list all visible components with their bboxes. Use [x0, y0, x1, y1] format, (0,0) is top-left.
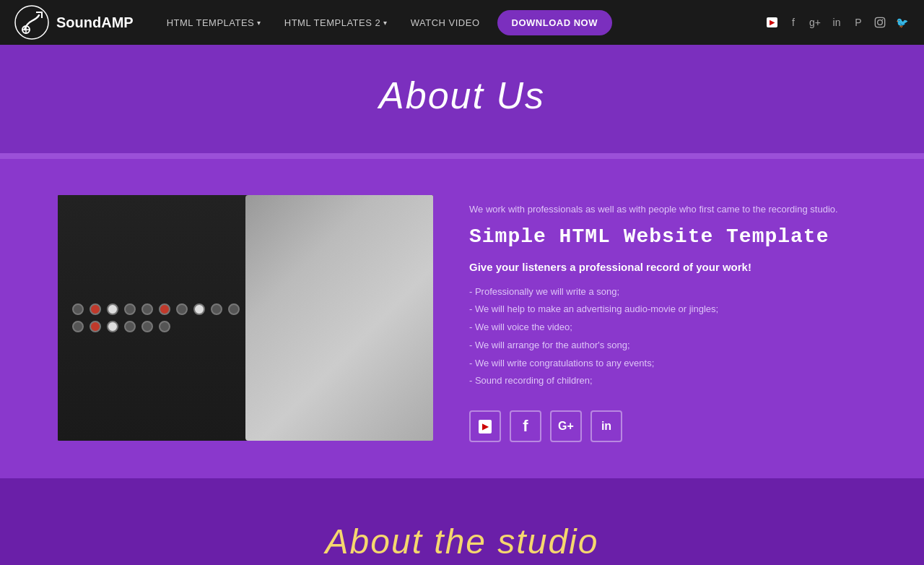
nav-pinterest-icon[interactable]: P	[850, 14, 866, 30]
knob	[159, 321, 170, 332]
knob	[72, 303, 84, 315]
content-facebook-icon[interactable]: f	[510, 410, 541, 442]
knob	[176, 303, 188, 315]
main-content: We work with professionals as well as wi…	[0, 159, 924, 478]
svg-point-0	[15, 6, 48, 39]
nav-linkedin-icon[interactable]: in	[829, 14, 845, 30]
knob	[72, 321, 84, 332]
nav-watch-video[interactable]: WATCH VIDEO	[399, 0, 492, 45]
content-title: Simple HTML Website Template	[469, 225, 866, 248]
page-title: About Us	[14, 74, 910, 117]
knob	[159, 303, 170, 315]
knob	[107, 321, 118, 332]
nav-html-templates[interactable]: HTML TEMPLATES ▾	[155, 0, 273, 45]
list-item: - Sound recording of children;	[469, 374, 866, 389]
content-text: We work with professionals as well as wi…	[469, 195, 866, 442]
tagline: We work with professionals as well as wi…	[469, 202, 866, 217]
brand-logo[interactable]: SoundAMP	[14, 5, 134, 40]
knob	[193, 303, 205, 315]
nav-twitter-icon[interactable]: 🐦	[894, 14, 910, 30]
content-list: - Professionally we will write a song; -…	[469, 285, 866, 389]
list-item: - We will arrange for the author's song;	[469, 338, 866, 353]
list-item: - Professionally we will write a song;	[469, 285, 866, 300]
knob	[90, 321, 101, 332]
chevron-down-icon: ▾	[257, 19, 261, 27]
knob	[141, 303, 153, 315]
knob	[228, 303, 240, 315]
section-divider	[0, 153, 924, 159]
svg-point-5	[878, 20, 883, 25]
knob	[211, 303, 222, 315]
list-item: - We will write congratulations to any e…	[469, 356, 866, 371]
guitar-icon	[14, 5, 49, 40]
content-linkedin-icon[interactable]: in	[590, 410, 622, 442]
list-item: - We will voice the video;	[469, 320, 866, 335]
nav-facebook-icon[interactable]: f	[785, 14, 801, 30]
footer-section: About the studio	[0, 478, 924, 565]
footer-title: About the studio	[14, 522, 910, 561]
nav-youtube-icon[interactable]: ▶	[764, 14, 780, 30]
nav-instagram-icon[interactable]	[872, 14, 888, 30]
list-item: - We will help to make an advertising au…	[469, 302, 866, 317]
mixer-overlay	[58, 195, 264, 441]
content-subtitle: Give your listeners a professional recor…	[469, 261, 866, 273]
nav-googleplus-icon[interactable]: g+	[807, 14, 823, 30]
download-now-button[interactable]: DOWNLOAD NOW	[497, 10, 612, 35]
chevron-down-icon: ▾	[383, 19, 388, 27]
hero-section: About Us	[0, 45, 924, 153]
studio-image	[58, 195, 433, 441]
content-youtube-icon[interactable]: ▶	[469, 410, 501, 442]
nav-html-templates-2[interactable]: HTML TEMPLATES 2 ▾	[273, 0, 399, 45]
brand-name: SoundAMP	[56, 14, 134, 31]
content-socials: ▶ f G+ in	[469, 410, 866, 442]
knob	[124, 303, 136, 315]
knob	[90, 303, 101, 315]
studio-bg	[58, 195, 433, 441]
content-googleplus-icon[interactable]: G+	[550, 410, 582, 442]
nav-links: HTML TEMPLATES ▾ HTML TEMPLATES 2 ▾ WATC…	[155, 0, 752, 45]
knob	[141, 321, 153, 332]
knob	[107, 303, 118, 315]
svg-point-6	[882, 20, 884, 21]
nav-socials: ▶ f g+ in P 🐦	[764, 14, 910, 30]
navbar: SoundAMP HTML TEMPLATES ▾ HTML TEMPLATES…	[0, 0, 924, 45]
svg-rect-4	[875, 17, 884, 27]
knob	[124, 321, 136, 332]
